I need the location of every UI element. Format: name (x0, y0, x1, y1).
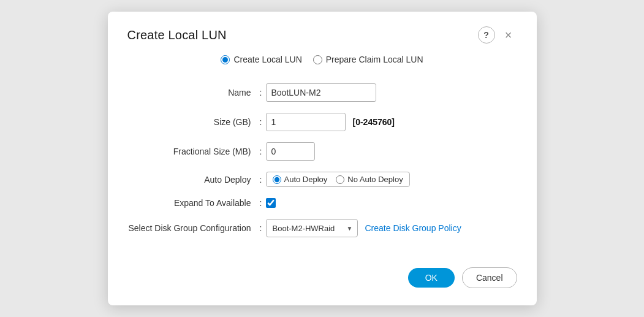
name-input[interactable] (266, 83, 376, 102)
auto-deploy-option1[interactable]: Auto Deploy (273, 175, 328, 184)
top-radio-group: Create Local LUN Prepare Claim Local LUN (127, 55, 517, 64)
radio-prepare-claim-input[interactable] (313, 55, 322, 64)
expand-checkbox[interactable] (266, 198, 276, 208)
form-body: Name : Size (GB) : [0-245760] Fractional… (127, 78, 517, 243)
name-label: Name (127, 88, 256, 97)
radio-create-local-lun-label: Create Local LUN (233, 55, 301, 64)
ok-button[interactable]: OK (408, 268, 455, 288)
dialog-title: Create Local LUN (127, 28, 227, 42)
auto-deploy-control-area: Auto Deploy No Auto Deploy (266, 172, 517, 187)
close-button[interactable]: × (500, 26, 517, 44)
auto-deploy-option1-label: Auto Deploy (284, 175, 328, 184)
auto-deploy-radio1[interactable] (273, 175, 281, 184)
auto-deploy-label: Auto Deploy (127, 175, 256, 185)
size-input[interactable] (266, 113, 346, 131)
help-icon: ? (483, 30, 489, 40)
name-colon: : (256, 88, 266, 97)
disk-group-label: Select Disk Group Configuration (127, 223, 256, 233)
dialog-footer: OK Cancel (127, 261, 517, 288)
radio-create-local-lun-input[interactable] (221, 55, 230, 64)
form-row-size: Size (GB) : [0-245760] (127, 107, 517, 137)
create-disk-group-policy-link[interactable]: Create Disk Group Policy (365, 223, 461, 233)
form-row-auto-deploy: Auto Deploy : Auto Deploy No Auto Deploy (127, 166, 517, 193)
radio-prepare-claim[interactable]: Prepare Claim Local LUN (313, 55, 423, 64)
frac-label: Fractional Size (MB) (127, 147, 256, 156)
frac-control-area (266, 142, 517, 161)
expand-control-area (266, 198, 517, 208)
expand-label: Expand To Available (127, 198, 256, 208)
cancel-button[interactable]: Cancel (462, 267, 517, 288)
auto-deploy-option2[interactable]: No Auto Deploy (336, 175, 403, 184)
form-row-name: Name : (127, 78, 517, 107)
form-row-disk-group: Select Disk Group Configuration : Boot-M… (127, 213, 517, 243)
dialog-header-actions: ? × (478, 26, 517, 44)
form-row-frac: Fractional Size (MB) : (127, 137, 517, 166)
size-colon: : (256, 117, 266, 127)
disk-group-select[interactable]: Boot-M2-HWRaid (266, 219, 358, 237)
dialog-header: Create Local LUN ? × (127, 26, 517, 44)
auto-deploy-option2-label: No Auto Deploy (347, 175, 403, 184)
size-range-hint: [0-245760] (353, 117, 395, 127)
radio-create-local-lun[interactable]: Create Local LUN (221, 55, 301, 64)
frac-input[interactable] (266, 142, 315, 161)
form-row-expand: Expand To Available : (127, 193, 517, 213)
close-icon: × (505, 28, 512, 42)
expand-colon: : (256, 198, 266, 208)
disk-group-colon: : (256, 223, 266, 233)
create-local-lun-dialog: Create Local LUN ? × Create Local LUN Pr… (108, 12, 537, 305)
radio-prepare-claim-label: Prepare Claim Local LUN (326, 55, 423, 64)
size-label: Size (GB) (127, 117, 256, 127)
dialog-overlay: Create Local LUN ? × Create Local LUN Pr… (0, 0, 644, 317)
name-control-area (266, 83, 517, 102)
size-control-area: [0-245760] (266, 113, 517, 131)
disk-group-select-wrapper: Boot-M2-HWRaid ▼ (266, 219, 358, 237)
auto-deploy-colon: : (256, 175, 266, 185)
help-button[interactable]: ? (478, 26, 495, 44)
disk-group-control-area: Boot-M2-HWRaid ▼ Create Disk Group Polic… (266, 219, 517, 237)
frac-colon: : (256, 147, 266, 156)
auto-deploy-radio-group: Auto Deploy No Auto Deploy (266, 172, 410, 187)
auto-deploy-radio2[interactable] (336, 175, 344, 184)
